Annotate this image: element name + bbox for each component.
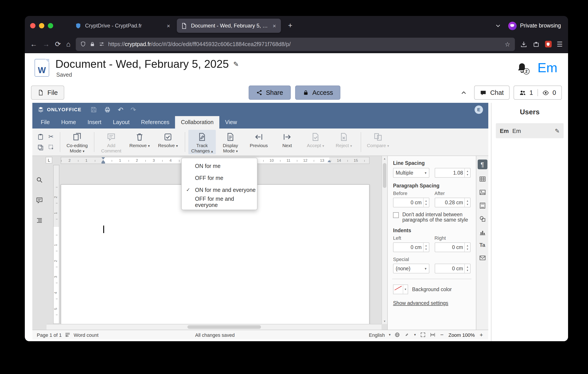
toolbar-button[interactable]: Reject ▾ [330, 130, 357, 154]
toolbar-button[interactable]: Previous [245, 130, 273, 154]
close-tab-icon[interactable]: × [166, 22, 171, 29]
text-art-settings-icon[interactable]: Ta [479, 242, 485, 248]
url-field[interactable]: https://cryptpad.fr/doc/#/3/doc/edit/ff0… [76, 37, 515, 51]
toolbar-button[interactable]: Next [273, 130, 301, 154]
header-footer-settings-icon[interactable] [479, 202, 486, 209]
paragraph-settings-icon[interactable]: ¶ [477, 159, 487, 169]
track-changes-menu-item[interactable]: ON for me [182, 160, 257, 172]
horizontal-scrollbar[interactable] [47, 324, 381, 330]
chart-settings-icon[interactable] [479, 229, 486, 236]
toolbar-button[interactable]: Display Mode ▾ [217, 130, 244, 154]
print-icon[interactable] [104, 106, 111, 113]
page-indicator[interactable]: Page 1 of 1 [37, 332, 62, 337]
share-button[interactable]: Share [249, 85, 290, 100]
menu-tab[interactable]: Home [55, 116, 82, 128]
advanced-settings-link[interactable]: Show advanced settings [393, 301, 471, 306]
permissions-icon[interactable] [99, 41, 105, 47]
save-icon[interactable] [90, 106, 97, 113]
forward-icon[interactable]: → [42, 41, 50, 48]
track-changes-menu-item[interactable]: OFF for me [182, 172, 257, 184]
new-tab-button[interactable]: + [285, 21, 295, 30]
chat-button[interactable]: Chat [474, 85, 509, 100]
spacing-before-spinner[interactable]: 0 cm ▴▾ [393, 198, 429, 207]
navigation-headings-icon[interactable] [36, 217, 43, 224]
lock-icon[interactable] [90, 41, 95, 47]
table-settings-icon[interactable] [479, 176, 486, 183]
paste-icon[interactable] [37, 133, 44, 140]
line-spacing-value-spinner[interactable]: 1.08 ▴▾ [434, 168, 471, 178]
ublock-origin-icon[interactable] [545, 41, 551, 47]
toolbar-button[interactable]: Remove ▾ [126, 130, 153, 154]
special-select[interactable]: (none) ▾ [393, 264, 429, 273]
hanging-indent-marker[interactable] [102, 160, 105, 162]
comments-icon[interactable] [36, 197, 43, 204]
toolbar-button[interactable]: Add Comment [97, 130, 125, 154]
copy-icon[interactable] [37, 144, 44, 151]
mail-merge-icon[interactable] [479, 254, 486, 261]
home-icon[interactable]: ⌂ [66, 41, 71, 48]
back-icon[interactable]: ← [30, 41, 37, 48]
tab-stop-selector[interactable]: L [46, 157, 52, 164]
track-changes-menu-item[interactable]: OFF for me and everyone [182, 196, 257, 208]
vertical-scrollbar[interactable]: ▲ ▼ [381, 156, 387, 324]
special-amount-spinner[interactable]: 0 cm ▴▾ [434, 264, 471, 273]
toolbar-button[interactable]: Accept ▾ [302, 130, 329, 154]
downloads-icon[interactable] [520, 41, 527, 48]
toolbar-button[interactable]: Compare ▾ [364, 130, 392, 154]
menu-tab[interactable]: Insert [82, 116, 107, 128]
edit-title-pencil-icon[interactable]: ✎ [233, 60, 239, 68]
language-selector[interactable]: English [369, 332, 385, 337]
toolbar-button[interactable]: Resolve ▾ [154, 130, 182, 154]
access-button[interactable]: Access [295, 85, 341, 100]
bookmark-star-icon[interactable]: ☆ [505, 41, 510, 48]
fit-width-icon[interactable] [430, 332, 435, 338]
maximize-window-button[interactable] [48, 23, 53, 28]
notifications-bell-icon[interactable]: 2 [516, 62, 528, 73]
browser-tab-cryptdrive[interactable]: CryptDrive - CryptPad.fr × [71, 19, 175, 33]
background-color-swatch[interactable]: ▾ [393, 284, 408, 294]
undo-icon[interactable]: ↶ [118, 106, 123, 113]
redo-icon[interactable]: ↷ [130, 106, 136, 113]
spellcheck-globe-icon[interactable] [395, 332, 400, 338]
image-settings-icon[interactable] [479, 189, 486, 196]
scrollbar-thumb[interactable] [383, 163, 386, 188]
fit-page-icon[interactable] [420, 332, 426, 338]
scrollbar-thumb[interactable] [187, 325, 261, 329]
reload-icon[interactable]: ⟳ [55, 41, 61, 48]
spacing-after-spinner[interactable]: 0.28 cm ▴▾ [434, 198, 471, 207]
shape-settings-icon[interactable] [479, 215, 486, 222]
tracking-shield-icon[interactable] [80, 41, 86, 47]
close-tab-icon[interactable]: × [272, 22, 277, 29]
menu-hamburger-icon[interactable]: ☰ [557, 40, 563, 48]
track-changes-menu-item[interactable]: ✓ ON for me and everyone [182, 184, 257, 196]
user-avatar[interactable]: Em [537, 60, 557, 75]
menu-tab[interactable]: View [219, 116, 243, 128]
search-icon[interactable] [36, 176, 43, 183]
word-count-label[interactable]: Word count [74, 332, 99, 337]
collapse-toolbar-button[interactable] [457, 86, 470, 99]
word-count-icon[interactable] [65, 332, 71, 338]
select-all-icon[interactable] [48, 144, 54, 151]
menu-tab[interactable]: Layout [107, 116, 135, 128]
zoom-out-button[interactable]: − [439, 332, 444, 338]
menu-tab[interactable]: References [135, 116, 175, 128]
edit-user-pencil-icon[interactable]: ✎ [555, 127, 560, 134]
first-line-indent-marker[interactable] [102, 157, 105, 159]
user-list-item[interactable]: Em Em ✎ [496, 123, 564, 138]
scroll-up-arrow[interactable]: ▲ [382, 157, 387, 160]
presence-button[interactable]: 1 0 [514, 85, 562, 100]
menu-tab[interactable]: File [35, 116, 55, 128]
toolbar-button[interactable]: Co-editing Mode ▾ [63, 130, 91, 154]
indent-left-spinner[interactable]: 0 cm ▴▾ [393, 242, 429, 252]
menu-tab[interactable]: Collaboration [175, 116, 219, 128]
line-spacing-select[interactable]: Multiple ▾ [393, 168, 429, 178]
track-changes-status-icon[interactable] [404, 332, 410, 338]
browser-tab-document[interactable]: Document - Wed, February 5, 2025 × [177, 19, 281, 33]
interval-checkbox[interactable] [393, 212, 399, 218]
file-button[interactable]: File [31, 85, 64, 100]
v-ruler[interactable]: 21123456 [53, 165, 59, 324]
zoom-in-button[interactable]: + [479, 332, 484, 338]
close-window-button[interactable] [30, 23, 35, 28]
minimize-window-button[interactable] [39, 23, 44, 28]
cut-scissors-icon[interactable]: ✂ [48, 134, 53, 140]
